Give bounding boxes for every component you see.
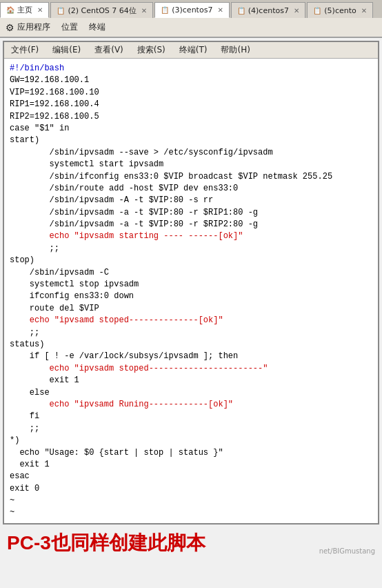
tab-home[interactable]: 🏠 主页 ✕ xyxy=(0,2,49,18)
nav-terminal[interactable]: 终端 xyxy=(89,21,105,33)
menu-edit[interactable]: 编辑(E) xyxy=(50,43,83,57)
terminal-line: GW=192.168.100.1 xyxy=(10,75,372,86)
terminal-line: systemctl stop ipvsadm xyxy=(10,279,372,291)
terminal-line: /sbin/ipvsadm -a -t $VIP:80 -r $RIP1:80 … xyxy=(10,207,372,219)
tab-centos3-label: (3)centos7 xyxy=(172,6,212,14)
menu-search[interactable]: 搜索(S) xyxy=(134,43,168,57)
menu-help[interactable]: 帮助(H) xyxy=(218,43,252,57)
tab-centos4-close[interactable]: ✕ xyxy=(294,7,299,14)
tab-home-label: 主页 xyxy=(17,5,32,15)
terminal-content: #!/bin/bashGW=192.168.100.1VIP=192.168.1… xyxy=(4,59,378,523)
menu-terminal[interactable]: 终端(T) xyxy=(177,43,210,57)
terminal-line: fi xyxy=(10,411,372,422)
tab-centos2-close[interactable]: ✕ xyxy=(141,7,147,14)
terminal-line: ~ xyxy=(10,507,372,518)
terminal-line: else xyxy=(10,387,372,399)
tab-centos5[interactable]: 📋 (5)cento ✕ xyxy=(307,2,373,18)
terminal-line: systemctl start ipvsadm xyxy=(10,159,372,170)
terminal-line: ~ xyxy=(10,495,372,507)
terminal-line: exit 1 xyxy=(10,459,372,471)
tab-centos3-close[interactable]: ✕ xyxy=(217,6,223,14)
tab-centos4-label: (4)centos7 xyxy=(248,6,289,15)
terminal-line: #!/bin/bash xyxy=(10,63,372,75)
annotation-main-text: PC-3也同样创建此脚本 xyxy=(7,530,205,556)
tab-centos3-icon: 📋 xyxy=(161,6,169,14)
terminal-line: RIP2=192.168.100.5 xyxy=(10,111,372,123)
tab-centos2-icon: 📋 xyxy=(57,7,65,14)
tab-centos4-icon: 📋 xyxy=(237,7,245,14)
terminal-line: ;; xyxy=(10,327,372,339)
terminal-line: /sbin/ipvsadm --save > /etc/sysconfig/ip… xyxy=(10,147,372,159)
terminal-line: case "$1" in xyxy=(10,123,372,135)
watermark-text: net/BIGmustang xyxy=(319,547,375,556)
terminal-line: /sbin/route add -host $VIP dev ens33:0 xyxy=(10,183,372,195)
nav-locations[interactable]: 位置 xyxy=(61,21,78,33)
terminal-wrapper: 文件(F) 编辑(E) 查看(V) 搜索(S) 终端(T) 帮助(H) #!/b… xyxy=(0,38,382,527)
tab-bar: 🏠 主页 ✕ 📋 (2) CentOS 7 64位 ✕ 📋 (3)centos7… xyxy=(0,0,382,18)
tab-centos5-label: (5)cento xyxy=(324,6,356,15)
browser-top: 🏠 主页 ✕ 📋 (2) CentOS 7 64位 ✕ 📋 (3)centos7… xyxy=(0,0,382,38)
terminal-line: ifconfig ens33:0 down xyxy=(10,291,372,302)
terminal-line: exit 1 xyxy=(10,375,372,386)
menu-view[interactable]: 查看(V) xyxy=(92,43,126,57)
terminal-line: echo "ipvsamd stoped--------------[ok]" xyxy=(10,315,372,326)
terminal-line: ;; xyxy=(10,423,372,435)
terminal-line: /sbin/ipvsadm -C xyxy=(10,267,372,279)
tab-home-close[interactable]: ✕ xyxy=(37,6,43,14)
nav-bar: ⚙ 应用程序 位置 终端 xyxy=(0,18,382,37)
terminal-line: echo "ipvsadm starting ---- ------[ok]" xyxy=(10,231,372,242)
menu-file[interactable]: 文件(F) xyxy=(8,43,41,57)
terminal-line: RIP1=192.168.100.4 xyxy=(10,99,372,110)
terminal-line: echo "ipvsadm stoped--------------------… xyxy=(10,363,372,375)
home-icon: 🏠 xyxy=(6,6,14,14)
terminal-line: /sbin/ipvsadm -a -t $VIP:80 -r $RIP2:80 … xyxy=(10,219,372,231)
terminal-line: exit 0 xyxy=(10,483,372,495)
nav-apps-label: 应用程序 xyxy=(17,21,50,33)
terminal-window: 文件(F) 编辑(E) 查看(V) 搜索(S) 终端(T) 帮助(H) #!/b… xyxy=(3,41,379,525)
terminal-line: route del $VIP xyxy=(10,303,372,315)
terminal-line: ;; xyxy=(10,243,372,255)
terminal-menubar: 文件(F) 编辑(E) 查看(V) 搜索(S) 终端(T) 帮助(H) xyxy=(4,42,378,59)
terminal-line: VIP=192.168.100.10 xyxy=(10,87,372,99)
tab-centos2[interactable]: 📋 (2) CentOS 7 64位 ✕ xyxy=(50,2,153,18)
terminal-line: stop) xyxy=(10,255,372,266)
nav-locations-label: 位置 xyxy=(61,21,78,33)
tab-centos2-label: (2) CentOS 7 64位 xyxy=(68,6,136,16)
bottom-annotation: PC-3也同样创建此脚本 net/BIGmustang xyxy=(0,527,382,558)
nav-apps[interactable]: ⚙ 应用程序 xyxy=(6,21,50,33)
terminal-line: status) xyxy=(10,339,372,351)
apps-icon: ⚙ xyxy=(6,22,14,33)
tab-centos3[interactable]: 📋 (3)centos7 ✕ xyxy=(154,2,230,18)
terminal-line: *) xyxy=(10,435,372,447)
tab-centos5-close[interactable]: ✕ xyxy=(361,7,367,14)
tab-centos5-icon: 📋 xyxy=(313,7,321,14)
terminal-line: echo "Usage: $0 {start | stop | status }… xyxy=(10,447,372,459)
terminal-line: echo "ipvsamd Runing------------[ok]" xyxy=(10,399,372,411)
terminal-line: /sbin/ipvsadm -A -t $VIP:80 -s rr xyxy=(10,195,372,206)
nav-terminal-label: 终端 xyxy=(89,21,105,33)
terminal-line: if [ ! -e /var/lock/subsys/ipvsadm ]; th… xyxy=(10,351,372,362)
terminal-line: esac xyxy=(10,471,372,482)
tab-centos4[interactable]: 📋 (4)centos7 ✕ xyxy=(231,2,306,18)
terminal-line: /sbin/ifconfig ens33:0 $VIP broadcast $V… xyxy=(10,171,372,183)
terminal-line: start) xyxy=(10,135,372,146)
